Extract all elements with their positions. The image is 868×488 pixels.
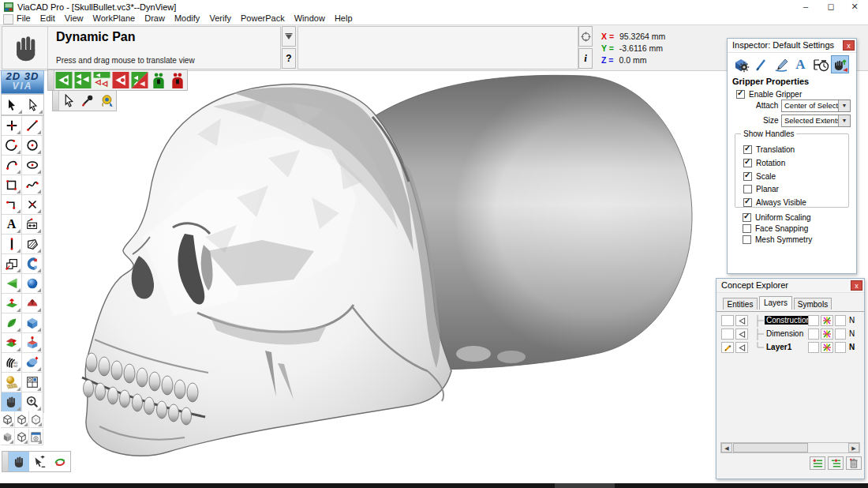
rectangle-tool[interactable] bbox=[2, 175, 22, 195]
minimize-button[interactable]: – bbox=[794, 0, 817, 14]
offset-tool[interactable] bbox=[2, 254, 22, 274]
menu-powerpack[interactable]: PowerPack bbox=[241, 13, 285, 23]
line-tool[interactable] bbox=[22, 116, 43, 136]
inspector-title-bar[interactable]: Inspector: Default Settings x bbox=[728, 39, 856, 53]
document-system-icon[interactable] bbox=[3, 14, 13, 24]
blend-tool[interactable] bbox=[22, 353, 43, 373]
hide-button[interactable] bbox=[111, 71, 130, 89]
revolve-tool[interactable] bbox=[22, 294, 43, 313]
layer-filter-cell[interactable] bbox=[735, 342, 748, 353]
render-sphere-tool[interactable] bbox=[2, 373, 22, 392]
shaded-view-button[interactable] bbox=[1, 429, 15, 445]
inspector-close-button[interactable]: x bbox=[843, 40, 855, 51]
close-button[interactable]: ✕ bbox=[843, 0, 866, 14]
layer-color-cell[interactable] bbox=[821, 315, 833, 326]
show-by-layer-button[interactable] bbox=[149, 71, 168, 89]
layer-edit-cell-active[interactable] bbox=[721, 342, 734, 353]
menu-view[interactable]: View bbox=[65, 13, 84, 23]
toolbar-grip[interactable] bbox=[53, 91, 59, 111]
cube-tool[interactable] bbox=[22, 313, 43, 333]
layer-blank-cell[interactable] bbox=[808, 342, 819, 353]
text-style-tab[interactable]: A bbox=[791, 55, 810, 73]
dimension-tool[interactable] bbox=[22, 215, 43, 235]
menu-edit[interactable]: Edit bbox=[40, 13, 55, 23]
menu-workplane[interactable]: WorkPlane bbox=[93, 13, 136, 23]
layer-name[interactable]: Construction bbox=[765, 316, 812, 325]
tool-help-button[interactable]: ? bbox=[282, 48, 296, 69]
curve-tool[interactable] bbox=[2, 156, 22, 175]
select-outline-tool[interactable] bbox=[23, 95, 44, 114]
hatch-tool[interactable] bbox=[22, 235, 43, 254]
circle-tool[interactable] bbox=[22, 136, 43, 156]
size-select[interactable]: Selected Extents ▼ bbox=[781, 114, 851, 127]
menu-modify[interactable]: Modify bbox=[174, 13, 200, 23]
spline-tool[interactable] bbox=[22, 175, 43, 195]
translation-checkbox[interactable] bbox=[743, 145, 752, 154]
extrude-tool[interactable] bbox=[2, 294, 22, 313]
cone-tool[interactable] bbox=[2, 274, 22, 294]
viewport-settings-tool[interactable] bbox=[22, 373, 43, 392]
layer-name[interactable]: Dimension bbox=[766, 329, 803, 338]
layer-blank-cell[interactable] bbox=[808, 328, 819, 340]
snap-target-button[interactable] bbox=[578, 26, 593, 47]
planar-checkbox[interactable] bbox=[743, 185, 752, 193]
toolbar-grip[interactable] bbox=[48, 70, 54, 90]
layer-edit-cell[interactable] bbox=[721, 315, 734, 326]
tab-layers[interactable]: Layers bbox=[759, 296, 792, 310]
surface-tool[interactable] bbox=[2, 313, 22, 333]
layer-row-dimension[interactable]: Dimension N bbox=[716, 328, 864, 340]
layer-name[interactable]: Layer1 bbox=[766, 343, 791, 351]
layer-blank-cell[interactable] bbox=[835, 328, 846, 340]
polyline-tool[interactable] bbox=[2, 195, 22, 215]
fillet-tool[interactable] bbox=[22, 254, 43, 274]
layer-edit-cell[interactable] bbox=[721, 328, 734, 340]
show-button[interactable] bbox=[54, 71, 73, 89]
layer-blank-cell[interactable] bbox=[835, 315, 846, 326]
info-button[interactable]: i bbox=[578, 48, 593, 69]
attach-select[interactable]: Center of Selected ▼ bbox=[781, 99, 851, 112]
pick-cursor-tool[interactable] bbox=[59, 92, 78, 110]
select-arrow-tool[interactable] bbox=[2, 95, 23, 114]
layer-row-construction[interactable]: Construction N bbox=[716, 315, 864, 327]
concept-title-bar[interactable]: Concept Explorer x bbox=[716, 279, 864, 293]
new-sublayer-button[interactable] bbox=[828, 456, 844, 470]
isometric-view-button[interactable] bbox=[1, 411, 15, 428]
unshaded-view-button[interactable] bbox=[15, 429, 29, 445]
menu-window[interactable]: Window bbox=[294, 13, 325, 23]
show-only-button[interactable] bbox=[92, 71, 111, 89]
object-properties-tab[interactable] bbox=[732, 55, 750, 73]
layer-color-cell[interactable] bbox=[821, 328, 833, 340]
gripper-settings-tab-active[interactable] bbox=[831, 55, 849, 73]
tab-entities[interactable]: Entities bbox=[723, 298, 758, 310]
maximize-button[interactable]: ◻ bbox=[819, 0, 843, 14]
render-options-button[interactable] bbox=[29, 429, 43, 445]
hide-by-layer-button[interactable] bbox=[168, 71, 187, 89]
wireframe-view-button[interactable] bbox=[15, 411, 29, 428]
swap-visibility-button[interactable] bbox=[130, 71, 149, 89]
trim-tool[interactable] bbox=[22, 195, 43, 215]
concept-close-button[interactable]: x bbox=[851, 280, 862, 291]
primitive-pin-tool[interactable] bbox=[22, 333, 43, 353]
dynamic-zoom-tool[interactable] bbox=[29, 452, 50, 471]
sphere-tool[interactable] bbox=[22, 274, 43, 294]
zoom-in-tool[interactable] bbox=[22, 392, 43, 412]
mesh-symmetry-checkbox[interactable] bbox=[743, 235, 751, 244]
concept-hscrollbar[interactable]: ◀ ▶ bbox=[720, 442, 860, 453]
eyedropper-tool[interactable] bbox=[78, 92, 97, 110]
menu-file[interactable]: File bbox=[17, 13, 31, 23]
show-all-button[interactable] bbox=[73, 71, 92, 89]
layer-blank-cell[interactable] bbox=[835, 342, 846, 353]
layer-color-cell[interactable] bbox=[821, 342, 833, 353]
toolbar-grip[interactable] bbox=[2, 452, 9, 471]
menu-help[interactable]: Help bbox=[335, 13, 353, 23]
pan-tool-active[interactable] bbox=[9, 452, 29, 471]
layer-filter-cell[interactable] bbox=[735, 315, 748, 326]
layer-row-layer1[interactable]: Layer1 N bbox=[716, 342, 864, 354]
enable-gripper-checkbox[interactable] bbox=[736, 90, 745, 99]
ellipse-tool[interactable] bbox=[22, 156, 43, 175]
hidden-line-view-button[interactable] bbox=[29, 411, 43, 428]
boolean-tool[interactable] bbox=[2, 333, 22, 353]
fill-style-tab[interactable] bbox=[772, 55, 790, 73]
pan-tool[interactable] bbox=[2, 392, 22, 412]
line-style-tab[interactable] bbox=[752, 55, 770, 73]
